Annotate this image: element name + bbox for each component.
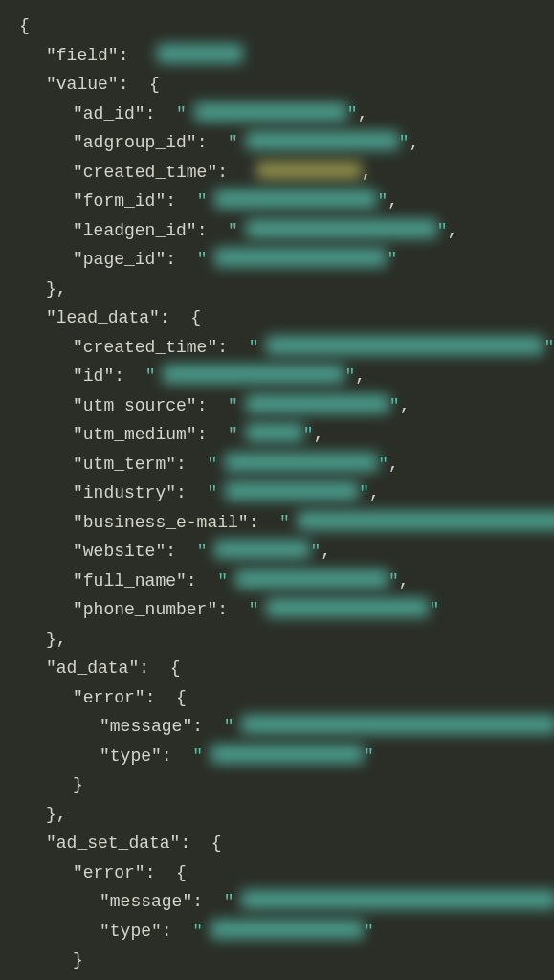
json-key: "utm_term" <box>73 455 176 474</box>
code-line: "full_name": "", <box>19 567 535 596</box>
code-line: "adgroup_id": "", <box>19 128 535 158</box>
brace: { <box>19 16 30 35</box>
json-key: "phone_number" <box>73 600 217 619</box>
json-key: "ad_data" <box>46 658 139 678</box>
json-key: "type" <box>100 746 162 766</box>
brace-open: { <box>170 658 181 678</box>
code-line: { <box>19 11 535 41</box>
redacted-value <box>214 540 310 559</box>
json-key: "industry" <box>73 483 176 502</box>
code-line: "id": "", <box>19 362 535 391</box>
redacted-value <box>241 890 554 909</box>
json-key: "message" <box>100 892 192 911</box>
json-key: "form_id" <box>73 191 166 211</box>
code-line: "message": "", <box>19 887 535 917</box>
code-line: "leadgen_id": "", <box>19 216 535 246</box>
code-line: "page_id": "" <box>19 245 535 275</box>
code-line: }, <box>19 625 535 655</box>
code-line: "industry": "", <box>19 479 535 508</box>
redacted-value <box>298 511 554 530</box>
brace-open: { <box>176 688 187 707</box>
json-key: "field" <box>46 46 119 65</box>
redacted-value <box>211 920 364 939</box>
code-line: } <box>19 946 535 975</box>
redacted-value <box>214 248 387 267</box>
code-line: "business_e-mail": "", <box>19 508 535 538</box>
code-line: "ad_set_data": { <box>19 829 535 858</box>
json-key: "adgroup_id" <box>73 133 197 152</box>
brace: }, <box>46 805 67 824</box>
code-line: "phone_number": "" <box>19 595 535 625</box>
code-line: "utm_medium": "", <box>19 420 535 450</box>
code-line: }, <box>19 800 535 830</box>
redacted-value <box>246 423 303 442</box>
json-key: "error" <box>73 863 145 882</box>
json-key: "business_e-mail" <box>73 513 249 532</box>
code-line: "utm_source": "", <box>19 391 535 421</box>
brace-open: { <box>211 834 222 853</box>
code-line: "type": "" <box>19 917 535 947</box>
code-line: "created_time": , <box>19 158 535 188</box>
brace-open: { <box>176 863 187 882</box>
json-key: "value" <box>46 75 119 94</box>
code-line: "type": "" <box>19 742 535 771</box>
brace-open: { <box>190 308 201 327</box>
json-key: "website" <box>73 542 166 561</box>
brace: }, <box>46 279 67 299</box>
json-key: "lead_data" <box>46 308 160 327</box>
redacted-value <box>194 102 347 122</box>
redacted-value <box>256 161 362 180</box>
redacted-value <box>246 131 399 150</box>
brace-open: { <box>149 75 160 94</box>
code-line: "message": "", <box>19 712 535 742</box>
json-key: "created_time" <box>73 163 217 182</box>
code-line: "error": { <box>19 683 535 713</box>
redacted-value <box>266 336 543 355</box>
json-key: "page_id" <box>73 250 166 269</box>
redacted-value <box>246 394 389 413</box>
redacted-value <box>235 569 388 589</box>
redacted-value <box>211 745 364 764</box>
code-line: "error": { <box>19 858 535 888</box>
json-key: "id" <box>73 367 114 386</box>
json-key: "utm_source" <box>73 396 197 415</box>
code-line: } <box>19 770 535 800</box>
json-key: "type" <box>100 922 162 941</box>
code-line: "ad_id": "", <box>19 100 535 129</box>
json-key: "error" <box>73 688 145 707</box>
code-line: "website": "", <box>19 537 535 567</box>
code-line: }, <box>19 275 535 304</box>
redacted-value <box>163 365 344 384</box>
redacted-value <box>266 598 429 617</box>
brace: }, <box>46 630 67 649</box>
json-key: "created_time" <box>73 338 217 357</box>
code-line: "field": <box>19 41 535 71</box>
json-code-block: {"field": "value": {"ad_id": "","adgroup… <box>19 11 535 980</box>
code-line: "value": { <box>19 70 535 100</box>
code-line: "lead_data": { <box>19 303 535 333</box>
json-key: "leadgen_id" <box>73 221 197 240</box>
brace: } <box>73 950 83 969</box>
code-line: "form_id": "", <box>19 187 535 216</box>
redacted-value <box>214 189 377 209</box>
json-key: "ad_set_data" <box>46 834 180 853</box>
code-line: "ad_data": { <box>19 654 535 683</box>
code-line: "utm_term": "", <box>19 450 535 479</box>
redacted-value <box>225 481 359 501</box>
code-line: } <box>19 975 535 981</box>
code-line: "created_time": "", <box>19 333 535 363</box>
json-key: "ad_id" <box>73 104 145 123</box>
redacted-value <box>241 715 554 734</box>
json-key: "full_name" <box>73 571 187 590</box>
redacted-value <box>157 44 243 63</box>
brace: } <box>73 775 83 794</box>
json-key: "utm_medium" <box>73 425 197 444</box>
redacted-value <box>246 219 437 238</box>
json-key: "message" <box>100 717 192 736</box>
redacted-value <box>225 453 378 472</box>
